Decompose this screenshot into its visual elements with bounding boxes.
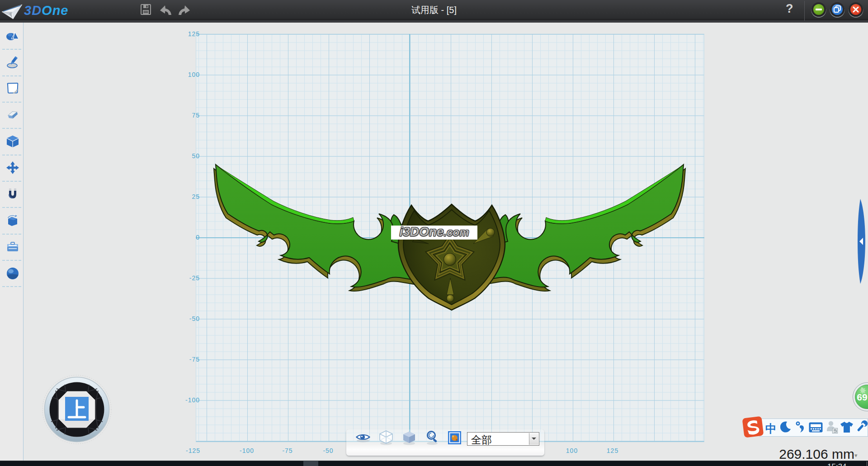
svg-text:69: 69 xyxy=(857,392,867,402)
